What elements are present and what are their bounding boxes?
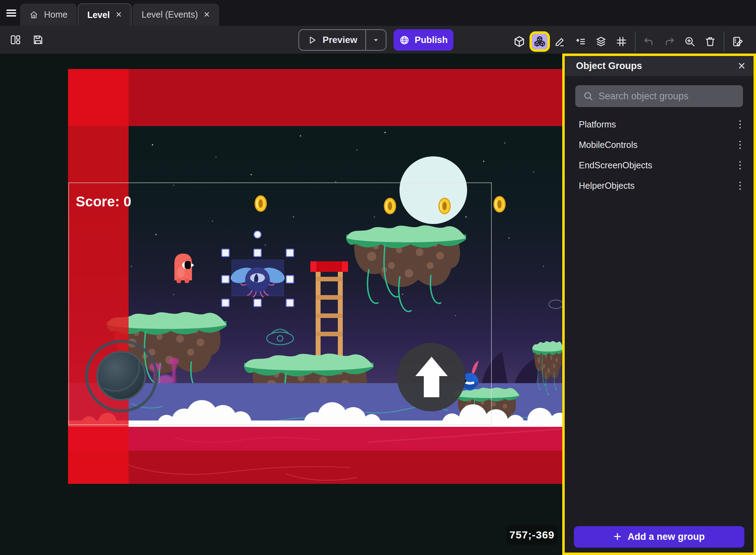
tab-level-label: Level bbox=[87, 10, 110, 20]
redo-icon bbox=[663, 36, 675, 48]
preview-options-button[interactable] bbox=[365, 30, 386, 50]
pencil-icon bbox=[554, 36, 566, 48]
main-menu-button[interactable] bbox=[6, 8, 20, 18]
group-list: Platforms ⋮ MobileControls ⋮ EndScreenOb… bbox=[565, 114, 754, 196]
kebab-menu-icon[interactable]: ⋮ bbox=[732, 118, 749, 131]
object-groups-panel: Object Groups ✕ Platforms ⋮ MobileContro… bbox=[562, 54, 756, 555]
app-window: Home Level ✕ Level (Events) ✕ bbox=[0, 0, 756, 555]
group-row-platforms[interactable]: Platforms ⋮ bbox=[565, 114, 754, 135]
plus-icon: + bbox=[613, 530, 621, 543]
scene-canvas[interactable]: Score: 0 bbox=[68, 69, 563, 484]
preview-split-button: Preview bbox=[298, 29, 386, 51]
undo-button[interactable] bbox=[641, 34, 657, 49]
globe-icon bbox=[399, 35, 410, 45]
jump-button-control[interactable] bbox=[397, 343, 465, 411]
panel-close-icon[interactable]: ✕ bbox=[738, 61, 746, 71]
objects-panel-button[interactable] bbox=[512, 34, 527, 49]
edit-object-button[interactable] bbox=[552, 34, 568, 49]
undo-icon bbox=[643, 36, 655, 48]
toolbar-divider bbox=[724, 31, 724, 52]
group-name: MobileControls bbox=[565, 140, 638, 150]
zoom-in-icon bbox=[684, 36, 696, 48]
search-box[interactable] bbox=[575, 85, 743, 107]
kebab-menu-icon[interactable]: ⋮ bbox=[732, 179, 749, 192]
kebab-menu-icon[interactable]: ⋮ bbox=[732, 138, 749, 151]
preview-label: Preview bbox=[323, 35, 357, 45]
tab-level[interactable]: Level ✕ bbox=[78, 4, 131, 26]
tab-bar: Home Level ✕ Level (Events) ✕ bbox=[0, 0, 756, 26]
publish-button[interactable]: Publish bbox=[394, 29, 453, 51]
group-row-mobilecontrols[interactable]: MobileControls ⋮ bbox=[565, 135, 754, 155]
moon[interactable] bbox=[399, 156, 467, 224]
layers-icon bbox=[595, 36, 607, 48]
object-groups-icon bbox=[533, 35, 546, 48]
save-icon bbox=[32, 34, 44, 46]
panel-title: Object Groups bbox=[565, 61, 642, 71]
main-toolbar: Preview Publish bbox=[0, 26, 756, 54]
rotate-handle bbox=[254, 231, 261, 238]
cursor-coordinates-badge: 757;-369 bbox=[506, 525, 558, 545]
tab-home[interactable]: Home bbox=[20, 4, 77, 26]
tab-level-events[interactable]: Level (Events) ✕ bbox=[132, 4, 219, 26]
object-groups-panel-button[interactable] bbox=[532, 34, 547, 49]
home-icon bbox=[29, 10, 38, 19]
preview-button[interactable]: Preview bbox=[299, 30, 365, 50]
delete-button[interactable] bbox=[702, 34, 718, 49]
trash-icon bbox=[704, 36, 716, 48]
add-group-label: Add a new group bbox=[628, 531, 705, 542]
group-name: EndScreenObjects bbox=[565, 160, 652, 170]
joystick-control[interactable] bbox=[87, 341, 156, 411]
instances-list-icon bbox=[575, 36, 587, 48]
cube-icon bbox=[513, 35, 526, 48]
score-text-object[interactable]: Score: 0 bbox=[76, 194, 131, 209]
zoom-button[interactable] bbox=[682, 34, 698, 49]
grid-toggle-button[interactable] bbox=[614, 34, 629, 49]
publish-label: Publish bbox=[415, 35, 448, 45]
group-name: HelperObjects bbox=[565, 181, 634, 191]
group-row-helperobjects[interactable]: HelperObjects ⋮ bbox=[565, 175, 754, 196]
events-sheet-edit-icon bbox=[732, 36, 744, 48]
layers-panel-button[interactable] bbox=[593, 34, 609, 49]
search-input[interactable] bbox=[599, 91, 743, 102]
hamburger-icon bbox=[6, 10, 16, 11]
selection-box[interactable] bbox=[232, 260, 284, 296]
instances-list-button[interactable] bbox=[573, 34, 588, 49]
panel-spacer bbox=[565, 196, 754, 526]
kebab-menu-icon[interactable]: ⋮ bbox=[732, 159, 749, 172]
play-icon bbox=[307, 35, 317, 45]
group-name: Platforms bbox=[565, 119, 616, 130]
redo-button[interactable] bbox=[662, 34, 677, 49]
grid-icon bbox=[615, 36, 627, 48]
tab-level-close-icon[interactable]: ✕ bbox=[116, 11, 122, 19]
layout-icon bbox=[10, 34, 21, 46]
tab-level-events-label: Level (Events) bbox=[142, 10, 198, 20]
add-group-button[interactable]: + Add a new group bbox=[574, 526, 744, 548]
layout-panels-button[interactable] bbox=[8, 32, 23, 48]
search-icon bbox=[583, 91, 594, 101]
save-button[interactable] bbox=[30, 32, 46, 48]
chevron-down-icon bbox=[372, 36, 380, 44]
open-events-sheet-button[interactable] bbox=[730, 34, 745, 49]
toolbar-divider bbox=[635, 31, 636, 52]
tab-home-label: Home bbox=[44, 10, 68, 20]
editor-tabs: Home Level ✕ Level (Events) ✕ bbox=[20, 4, 219, 26]
tab-level-events-close-icon[interactable]: ✕ bbox=[204, 11, 210, 19]
panel-header: Object Groups ✕ bbox=[565, 56, 754, 76]
group-row-endscreenobjects[interactable]: EndScreenObjects ⋮ bbox=[565, 155, 754, 175]
